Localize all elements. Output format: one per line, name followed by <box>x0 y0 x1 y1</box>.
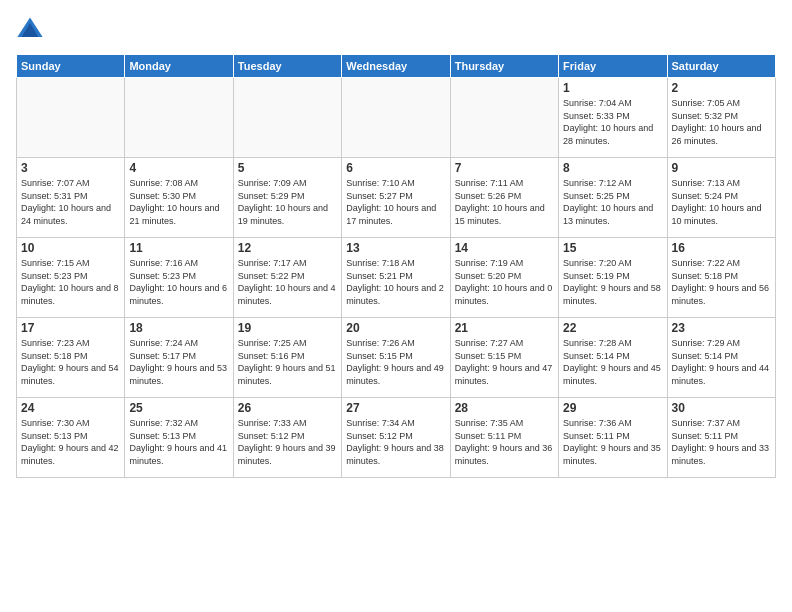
weekday-header-wednesday: Wednesday <box>342 55 450 78</box>
week-row-3: 10Sunrise: 7:15 AM Sunset: 5:23 PM Dayli… <box>17 238 776 318</box>
weekday-header-tuesday: Tuesday <box>233 55 341 78</box>
day-info: Sunrise: 7:33 AM Sunset: 5:12 PM Dayligh… <box>238 417 337 467</box>
logo <box>16 16 48 44</box>
day-cell: 21Sunrise: 7:27 AM Sunset: 5:15 PM Dayli… <box>450 318 558 398</box>
day-cell: 4Sunrise: 7:08 AM Sunset: 5:30 PM Daylig… <box>125 158 233 238</box>
day-cell <box>342 78 450 158</box>
day-number: 12 <box>238 241 337 255</box>
day-cell: 29Sunrise: 7:36 AM Sunset: 5:11 PM Dayli… <box>559 398 667 478</box>
day-number: 4 <box>129 161 228 175</box>
page: SundayMondayTuesdayWednesdayThursdayFrid… <box>0 0 792 612</box>
day-cell: 9Sunrise: 7:13 AM Sunset: 5:24 PM Daylig… <box>667 158 775 238</box>
day-cell: 25Sunrise: 7:32 AM Sunset: 5:13 PM Dayli… <box>125 398 233 478</box>
day-cell: 30Sunrise: 7:37 AM Sunset: 5:11 PM Dayli… <box>667 398 775 478</box>
day-number: 2 <box>672 81 771 95</box>
day-cell: 16Sunrise: 7:22 AM Sunset: 5:18 PM Dayli… <box>667 238 775 318</box>
day-cell: 27Sunrise: 7:34 AM Sunset: 5:12 PM Dayli… <box>342 398 450 478</box>
day-cell: 20Sunrise: 7:26 AM Sunset: 5:15 PM Dayli… <box>342 318 450 398</box>
day-cell: 22Sunrise: 7:28 AM Sunset: 5:14 PM Dayli… <box>559 318 667 398</box>
weekday-header-monday: Monday <box>125 55 233 78</box>
day-info: Sunrise: 7:26 AM Sunset: 5:15 PM Dayligh… <box>346 337 445 387</box>
day-cell: 23Sunrise: 7:29 AM Sunset: 5:14 PM Dayli… <box>667 318 775 398</box>
day-info: Sunrise: 7:28 AM Sunset: 5:14 PM Dayligh… <box>563 337 662 387</box>
day-number: 29 <box>563 401 662 415</box>
day-cell: 24Sunrise: 7:30 AM Sunset: 5:13 PM Dayli… <box>17 398 125 478</box>
day-number: 15 <box>563 241 662 255</box>
day-number: 28 <box>455 401 554 415</box>
day-cell: 28Sunrise: 7:35 AM Sunset: 5:11 PM Dayli… <box>450 398 558 478</box>
day-info: Sunrise: 7:09 AM Sunset: 5:29 PM Dayligh… <box>238 177 337 227</box>
logo-icon <box>16 16 44 44</box>
day-number: 6 <box>346 161 445 175</box>
day-number: 16 <box>672 241 771 255</box>
day-number: 18 <box>129 321 228 335</box>
week-row-2: 3Sunrise: 7:07 AM Sunset: 5:31 PM Daylig… <box>17 158 776 238</box>
day-number: 26 <box>238 401 337 415</box>
week-row-1: 1Sunrise: 7:04 AM Sunset: 5:33 PM Daylig… <box>17 78 776 158</box>
day-info: Sunrise: 7:05 AM Sunset: 5:32 PM Dayligh… <box>672 97 771 147</box>
day-info: Sunrise: 7:34 AM Sunset: 5:12 PM Dayligh… <box>346 417 445 467</box>
day-info: Sunrise: 7:10 AM Sunset: 5:27 PM Dayligh… <box>346 177 445 227</box>
day-cell: 13Sunrise: 7:18 AM Sunset: 5:21 PM Dayli… <box>342 238 450 318</box>
day-cell <box>17 78 125 158</box>
day-number: 3 <box>21 161 120 175</box>
day-number: 30 <box>672 401 771 415</box>
day-number: 8 <box>563 161 662 175</box>
day-info: Sunrise: 7:18 AM Sunset: 5:21 PM Dayligh… <box>346 257 445 307</box>
weekday-header-sunday: Sunday <box>17 55 125 78</box>
day-cell: 14Sunrise: 7:19 AM Sunset: 5:20 PM Dayli… <box>450 238 558 318</box>
day-cell: 5Sunrise: 7:09 AM Sunset: 5:29 PM Daylig… <box>233 158 341 238</box>
week-row-4: 17Sunrise: 7:23 AM Sunset: 5:18 PM Dayli… <box>17 318 776 398</box>
day-cell: 15Sunrise: 7:20 AM Sunset: 5:19 PM Dayli… <box>559 238 667 318</box>
day-number: 1 <box>563 81 662 95</box>
day-number: 23 <box>672 321 771 335</box>
day-number: 22 <box>563 321 662 335</box>
day-info: Sunrise: 7:27 AM Sunset: 5:15 PM Dayligh… <box>455 337 554 387</box>
day-info: Sunrise: 7:08 AM Sunset: 5:30 PM Dayligh… <box>129 177 228 227</box>
day-info: Sunrise: 7:29 AM Sunset: 5:14 PM Dayligh… <box>672 337 771 387</box>
day-number: 7 <box>455 161 554 175</box>
day-info: Sunrise: 7:22 AM Sunset: 5:18 PM Dayligh… <box>672 257 771 307</box>
day-info: Sunrise: 7:37 AM Sunset: 5:11 PM Dayligh… <box>672 417 771 467</box>
weekday-header-row: SundayMondayTuesdayWednesdayThursdayFrid… <box>17 55 776 78</box>
day-cell: 19Sunrise: 7:25 AM Sunset: 5:16 PM Dayli… <box>233 318 341 398</box>
day-info: Sunrise: 7:16 AM Sunset: 5:23 PM Dayligh… <box>129 257 228 307</box>
weekday-header-friday: Friday <box>559 55 667 78</box>
day-number: 24 <box>21 401 120 415</box>
day-info: Sunrise: 7:15 AM Sunset: 5:23 PM Dayligh… <box>21 257 120 307</box>
week-row-5: 24Sunrise: 7:30 AM Sunset: 5:13 PM Dayli… <box>17 398 776 478</box>
day-number: 11 <box>129 241 228 255</box>
day-cell: 11Sunrise: 7:16 AM Sunset: 5:23 PM Dayli… <box>125 238 233 318</box>
day-number: 20 <box>346 321 445 335</box>
day-info: Sunrise: 7:11 AM Sunset: 5:26 PM Dayligh… <box>455 177 554 227</box>
day-info: Sunrise: 7:24 AM Sunset: 5:17 PM Dayligh… <box>129 337 228 387</box>
day-info: Sunrise: 7:20 AM Sunset: 5:19 PM Dayligh… <box>563 257 662 307</box>
day-info: Sunrise: 7:32 AM Sunset: 5:13 PM Dayligh… <box>129 417 228 467</box>
day-cell: 17Sunrise: 7:23 AM Sunset: 5:18 PM Dayli… <box>17 318 125 398</box>
day-number: 14 <box>455 241 554 255</box>
day-cell: 8Sunrise: 7:12 AM Sunset: 5:25 PM Daylig… <box>559 158 667 238</box>
day-info: Sunrise: 7:36 AM Sunset: 5:11 PM Dayligh… <box>563 417 662 467</box>
day-cell: 10Sunrise: 7:15 AM Sunset: 5:23 PM Dayli… <box>17 238 125 318</box>
day-cell <box>125 78 233 158</box>
weekday-header-thursday: Thursday <box>450 55 558 78</box>
day-cell <box>450 78 558 158</box>
day-number: 25 <box>129 401 228 415</box>
day-cell: 1Sunrise: 7:04 AM Sunset: 5:33 PM Daylig… <box>559 78 667 158</box>
day-number: 13 <box>346 241 445 255</box>
day-cell: 12Sunrise: 7:17 AM Sunset: 5:22 PM Dayli… <box>233 238 341 318</box>
day-number: 9 <box>672 161 771 175</box>
day-number: 19 <box>238 321 337 335</box>
day-number: 27 <box>346 401 445 415</box>
day-cell: 2Sunrise: 7:05 AM Sunset: 5:32 PM Daylig… <box>667 78 775 158</box>
day-number: 10 <box>21 241 120 255</box>
day-info: Sunrise: 7:35 AM Sunset: 5:11 PM Dayligh… <box>455 417 554 467</box>
day-info: Sunrise: 7:13 AM Sunset: 5:24 PM Dayligh… <box>672 177 771 227</box>
day-info: Sunrise: 7:04 AM Sunset: 5:33 PM Dayligh… <box>563 97 662 147</box>
day-cell <box>233 78 341 158</box>
day-cell: 3Sunrise: 7:07 AM Sunset: 5:31 PM Daylig… <box>17 158 125 238</box>
day-info: Sunrise: 7:07 AM Sunset: 5:31 PM Dayligh… <box>21 177 120 227</box>
day-info: Sunrise: 7:25 AM Sunset: 5:16 PM Dayligh… <box>238 337 337 387</box>
day-info: Sunrise: 7:17 AM Sunset: 5:22 PM Dayligh… <box>238 257 337 307</box>
header <box>16 16 776 44</box>
